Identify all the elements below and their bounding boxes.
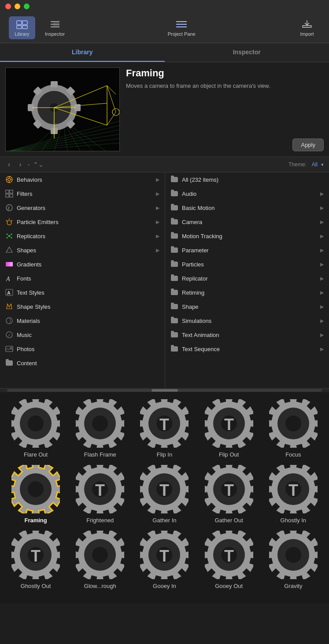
list-item[interactable]: Behaviors ▶ [0,172,165,187]
gear-icon [76,399,124,448]
svg-line-73 [9,236,11,238]
theme-dropdown-icon[interactable]: ▾ [321,162,324,168]
gradients-icon [5,260,13,268]
list-item[interactable]: A Text Styles [0,285,165,300]
list-item[interactable]: All (232 items) [165,172,329,187]
apply-button[interactable]: Apply [292,139,324,151]
list-item[interactable]: Shape ▶ [165,300,329,314]
close-button[interactable] [5,4,11,9]
library-toolbar-button[interactable]: Library [9,16,35,39]
list-item[interactable]: Motion Tracking ▶ [165,229,329,243]
bottom-grid: Flare Out Flash Frame T Flip In T Flip O… [0,392,329,603]
grid-item[interactable]: T Gooey In [136,531,193,589]
list-item[interactable]: Filters ▶ [0,187,165,201]
grid-item[interactable]: Focus [265,399,322,458]
list-item[interactable]: Content [0,356,165,370]
content-label: Content [17,360,159,367]
svg-point-97 [28,481,44,497]
content-icon [5,359,13,367]
list-item[interactable]: Shape Styles [0,300,165,314]
list-item[interactable]: Photos [0,342,165,356]
grid-item-label: Flare Out [24,451,48,458]
grid-item[interactable]: T Gather In [136,465,193,524]
tab-library[interactable]: Library [0,43,165,62]
gear-icon: T [205,399,253,448]
svg-line-72 [7,236,9,238]
list-item[interactable]: Audio ▶ [165,187,329,201]
back-button[interactable]: ‹ [5,160,13,169]
grid-item[interactable]: T Ghostly Out [7,531,64,589]
gear-icon: T [76,465,124,513]
library-toolbar-icon [15,19,29,30]
nav-stepper[interactable]: ⌃⌄ [33,161,44,168]
grid-item[interactable]: T Flip In [136,399,193,458]
list-item[interactable]: 2 Generators ▶ [0,201,165,215]
grid-item-label: Framing [24,517,47,524]
generators-arrow: ▶ [156,205,159,211]
svg-line-63 [6,220,7,221]
gear-icon: T [11,531,60,579]
list-item[interactable]: Parameter ▶ [165,243,329,257]
fonts-icon: A [5,274,13,282]
gear-icon [11,399,60,448]
grid-item[interactable]: T Flip Out [200,399,258,458]
grid-item[interactable]: Flare Out [7,399,64,458]
list-item[interactable]: A Fonts [0,271,165,285]
grid-item[interactable]: Glow...rough [71,531,129,589]
music-label: Music [17,332,159,338]
import-toolbar-button[interactable]: Import [294,16,320,39]
project-pane-toolbar-label: Project Pane [168,31,196,37]
list-item[interactable]: Retiming ▶ [165,285,329,300]
scrollbar-track[interactable] [7,389,322,392]
svg-line-71 [9,234,11,236]
grid-item[interactable]: T Gather Out [200,465,258,524]
gear-icon [269,399,318,448]
list-item[interactable]: ♪ Music [0,328,165,342]
text-animation-arrow: ▶ [320,332,324,338]
minimize-button[interactable] [15,4,20,9]
list-item[interactable]: Materials [0,314,165,328]
camera-folder-icon [170,218,178,226]
list-item[interactable]: Replicators ▶ [0,229,165,243]
particles-right-label: Particles [182,261,317,268]
project-pane-toolbar-button[interactable]: Project Pane [162,16,201,39]
list-item[interactable]: Camera ▶ [165,215,329,229]
list-item[interactable]: Gradients [0,257,165,271]
inspector-toolbar-button[interactable]: Inspector [41,16,69,39]
scrollbar-thumb [152,389,178,392]
maximize-button[interactable] [24,4,30,9]
list-item[interactable]: Simulations ▶ [165,314,329,328]
list-item[interactable]: Text Sequence ▶ [165,342,329,356]
grid-item[interactable]: T Gooey Out [200,531,258,589]
theme-select[interactable]: All [312,161,318,168]
svg-text:♪: ♪ [8,333,10,337]
grid-item[interactable]: T Ghostly In [265,465,322,524]
gradients-label: Gradients [17,261,156,268]
list-item[interactable]: Replicator ▶ [165,271,329,285]
list-item[interactable]: Text Animation ▶ [165,328,329,342]
photos-icon [5,345,13,353]
grid-item-label: Ghostly In [281,517,307,524]
svg-rect-12 [303,26,311,27]
motion-tracking-arrow: ▶ [320,233,324,239]
replicators-label: Replicators [17,233,152,240]
svg-text:T: T [31,547,41,565]
svg-text:T: T [159,481,169,499]
grid-item[interactable]: Gravity [265,531,322,589]
tab-inspector[interactable]: Inspector [165,43,329,62]
replicators-icon [5,232,13,240]
list-item[interactable]: Basic Motion ▶ [165,201,329,215]
list-item[interactable]: Particles ▶ [165,257,329,271]
svg-rect-1 [22,21,27,25]
list-item[interactable]: Shapes ▶ [0,243,165,257]
title-bar [0,0,329,12]
camera-label: Camera [182,219,317,225]
list-item[interactable]: Particle Emitters ▶ [0,215,165,229]
grid-item[interactable]: Flash Frame [71,399,129,458]
nav-bar: ‹ › - ⌃⌄ Theme: All ▾ [0,157,329,172]
grid-item-label: Focus [285,451,301,458]
grid-item[interactable]: Framing [7,465,64,524]
forward-button[interactable]: › [16,160,24,169]
import-toolbar-label: Import [300,31,314,37]
grid-item[interactable]: T Frightened [71,465,129,524]
